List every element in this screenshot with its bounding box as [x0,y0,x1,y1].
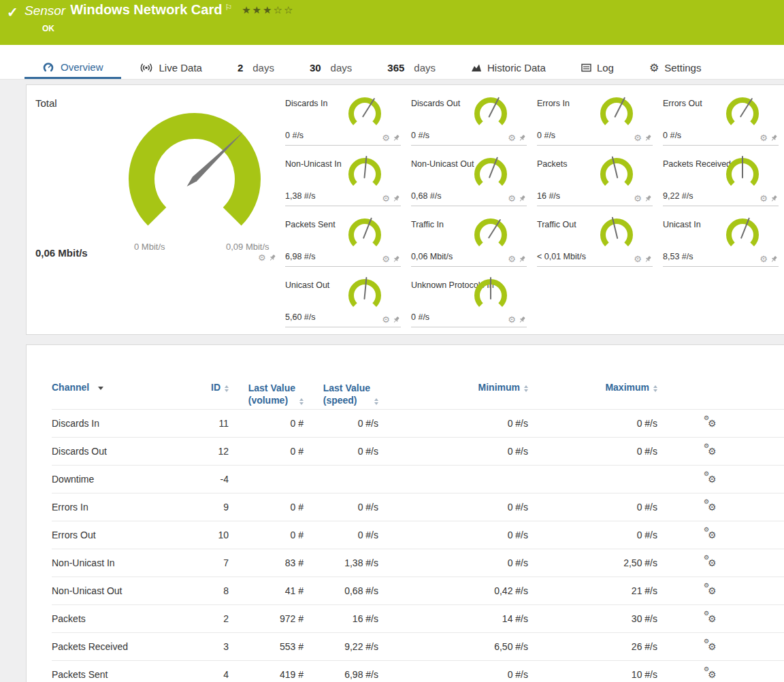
gauge-channel-label: Non-Unicast Out [411,159,474,169]
col-header-label: Last Value [248,383,295,393]
channel-settings-icon[interactable]: ⚙⚙ [706,557,718,568]
col-header-minimum[interactable]: Minimum [378,382,528,393]
col-header-last-value-volume[interactable]: Last Value (volume) [229,382,304,406]
col-header-channel[interactable]: Channel [52,382,188,393]
gauge-settings-gear-icon[interactable]: ⚙ [634,255,642,263]
table-row[interactable]: Errors Out 10 0 # 0 #/s 0 #/s 0 #/s ⚙⚙ [52,521,784,549]
gauge-settings-gear-icon[interactable]: ⚙ [508,194,516,203]
gauge-settings-gear-icon[interactable]: ⚙ [508,255,516,263]
gauge-settings-gear-icon[interactable]: ⚙ [382,315,390,324]
gauge-pin-icon[interactable] [644,195,652,203]
cell-channel: Non-Unicast In [52,557,188,568]
gauge-value: 5,60 #/s [285,312,315,322]
gauge-cell[interactable]: Traffic In 0,06 Mbit/s ⚙ [411,206,527,267]
gauge-value: 0,68 #/s [411,191,441,201]
tab-label: Settings [664,62,701,74]
tab-2-days[interactable]: 2 days [220,56,292,79]
col-header-maximum[interactable]: Maximum [528,382,657,393]
gauge-cell[interactable]: Errors In 0 #/s ⚙ [537,85,653,146]
gauge-pin-icon[interactable] [393,195,400,203]
gauge-cell[interactable]: Non-Unicast Out 0,68 #/s ⚙ [411,146,527,206]
gauge-channel-label: Packets Sent [285,220,336,229]
channel-settings-icon[interactable]: ⚙⚙ [706,613,718,624]
gauge-cell[interactable]: Unknown Protocols In 0 #/s ⚙ [411,267,527,327]
gauge-pin-icon[interactable] [644,134,652,142]
gauge-settings-gear-icon[interactable]: ⚙ [382,255,390,263]
gauge-dial-icon [471,93,510,135]
tab-live-data[interactable]: Live Data [121,56,220,79]
cell-channel: Packets [52,613,188,624]
gauge-pin-icon[interactable] [644,255,652,263]
table-row[interactable]: Discards Out 12 0 # 0 #/s 0 #/s 0 #/s ⚙⚙ [52,438,784,466]
gauge-pin-icon[interactable] [393,255,400,263]
total-pin-icon[interactable] [269,254,276,262]
channel-settings-icon[interactable]: ⚙⚙ [706,418,718,429]
table-row[interactable]: Non-Unicast In 7 83 # 1,38 #/s 0 #/s 2,5… [52,549,784,577]
cell-last-value-volume: 41 # [229,585,304,596]
cell-last-value-volume: 972 # [229,613,304,624]
gauge-pin-icon[interactable] [393,134,400,142]
gauge-settings-gear-icon[interactable]: ⚙ [760,194,768,203]
gauge-pin-icon[interactable] [393,316,400,324]
gauge-cell[interactable]: Packets 16 #/s ⚙ [537,146,653,206]
cell-last-value-speed: 9,22 #/s [304,641,378,652]
gauge-settings-gear-icon[interactable]: ⚙ [382,133,390,142]
gauge-cell[interactable]: Unicast In 8,53 #/s ⚙ [663,206,779,267]
gauge-pin-icon[interactable] [519,255,526,263]
channel-settings-icon[interactable]: ⚙⚙ [706,446,718,457]
channel-settings-icon[interactable]: ⚙⚙ [706,669,718,680]
cell-channel: Discards Out [52,446,188,457]
gauge-cell[interactable]: Non-Unicast In 1,38 #/s ⚙ [285,146,401,206]
gauge-pin-icon[interactable] [770,255,778,263]
col-header-id[interactable]: ID [188,382,229,393]
gauge-pin-icon[interactable] [770,134,778,142]
channel-settings-icon[interactable]: ⚙⚙ [706,585,718,596]
table-row[interactable]: Downtime -4 ⚙⚙ [52,466,784,493]
channel-settings-icon[interactable]: ⚙⚙ [706,641,718,652]
channel-settings-icon[interactable]: ⚙⚙ [706,530,718,540]
gauge-dial-icon [597,154,636,196]
gauge-settings-gear-icon[interactable]: ⚙ [634,194,642,203]
gauge-settings-gear-icon[interactable]: ⚙ [634,133,642,142]
gauge-pin-icon[interactable] [519,134,526,142]
table-row[interactable]: Packets 2 972 # 16 #/s 14 #/s 30 #/s ⚙⚙ [52,605,784,633]
gauge-settings-gear-icon[interactable]: ⚙ [508,133,516,142]
gauge-cell[interactable]: Errors Out 0 #/s ⚙ [663,85,779,146]
sort-desc-icon [98,387,103,390]
cell-channel: Errors Out [52,530,188,540]
gauge-settings-gear-icon[interactable]: ⚙ [382,194,390,203]
tab-365-days[interactable]: 365 days [370,56,453,79]
tab-log[interactable]: Log [564,56,632,79]
gauge-dial-icon [345,93,385,135]
col-header-sublabel: (speed) [323,395,357,406]
total-settings-gear-icon[interactable]: ⚙ [258,253,266,262]
gauge-settings-gear-icon[interactable]: ⚙ [508,315,516,324]
tab-overview[interactable]: Overview [24,56,121,79]
table-row[interactable]: Packets Sent 4 419 # 6,98 #/s 0 #/s 10 #… [52,661,784,682]
gauge-cell[interactable]: Unicast Out 5,60 #/s ⚙ [285,267,401,327]
gauge-settings-gear-icon[interactable]: ⚙ [760,133,768,142]
table-row[interactable]: Errors In 9 0 # 0 #/s 0 #/s 0 #/s ⚙⚙ [52,493,784,521]
col-header-last-value-speed[interactable]: Last Value (speed) [304,382,378,406]
gauge-pin-icon[interactable] [770,195,778,203]
gauge-cell[interactable]: Discards In 0 #/s ⚙ [285,85,401,146]
tab-word: days [331,62,353,74]
gauge-pin-icon[interactable] [519,195,526,203]
tab-settings[interactable]: ⚙ Settings [632,56,719,79]
gauge-cell[interactable]: Packets Sent 6,98 #/s ⚙ [285,206,401,267]
gauge-cell[interactable]: Traffic Out < 0,01 Mbit/s ⚙ [537,206,653,267]
gauge-settings-gear-icon[interactable]: ⚙ [760,255,768,263]
gauge-cell[interactable]: Packets Received 9,22 #/s ⚙ [663,146,779,206]
channel-settings-icon[interactable]: ⚙⚙ [706,474,718,485]
table-row[interactable]: Packets Received 3 553 # 9,22 #/s 6,50 #… [52,633,784,661]
table-row[interactable]: Non-Unicast Out 8 41 # 0,68 #/s 0,42 #/s… [52,577,784,605]
gauge-pin-icon[interactable] [519,316,526,324]
tab-historic-data[interactable]: Historic Data [453,56,564,79]
tab-30-days[interactable]: 30 days [292,56,370,79]
channel-settings-icon[interactable]: ⚙⚙ [706,502,718,513]
table-row[interactable]: Discards In 11 0 # 0 #/s 0 #/s 0 #/s ⚙⚙ [52,410,784,438]
flag-icon[interactable]: ⚐ [225,3,232,12]
gauge-cell[interactable]: Discards Out 0 #/s ⚙ [411,85,527,146]
priority-stars[interactable]: ★★★☆☆ [242,4,294,16]
tab-number: 365 [387,62,404,74]
